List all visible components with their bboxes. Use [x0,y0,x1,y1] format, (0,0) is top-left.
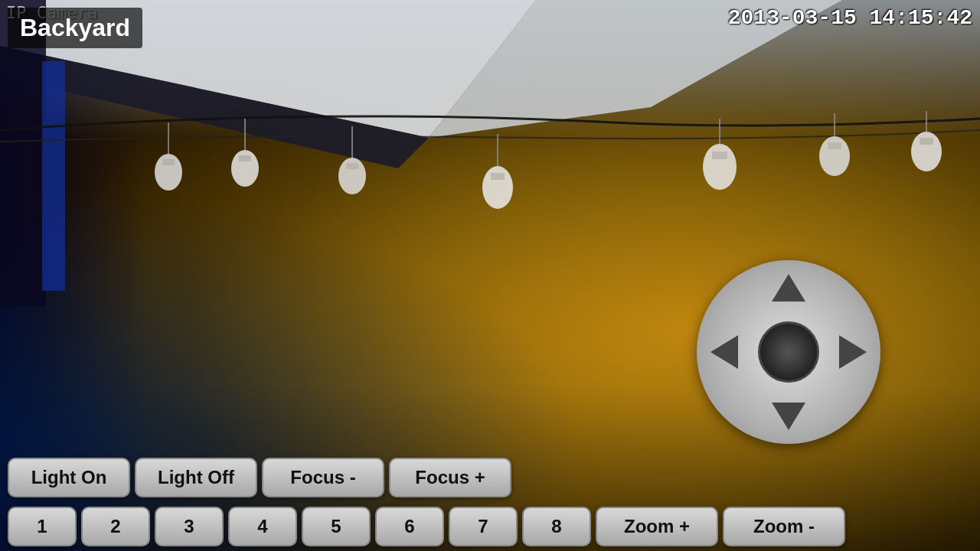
light-off-button[interactable]: Light Off [135,458,257,497]
controls-row-2: 1 2 3 4 5 6 7 8 Zoom + Zoom - [0,502,980,551]
num-8-button[interactable]: 8 [522,507,591,546]
num-2-button[interactable]: 2 [81,507,150,546]
light-on-button[interactable]: Light On [8,458,130,497]
camera-name-text: Backyard [20,14,130,41]
zoom-plus-button[interactable]: Zoom + [596,507,718,546]
timestamp: 2013-03-15 14:15:42 [728,6,972,30]
controls-bar: Light On Light Off Focus - Focus + 1 2 3… [0,453,980,551]
ptz-down-button[interactable] [772,403,805,430]
ptz-up-button[interactable] [772,274,805,302]
num-4-button[interactable]: 4 [228,507,297,546]
focus-plus-button[interactable]: Focus + [389,458,511,497]
app-container: Backyard IP Camera 2013-03-15 14:15:42 L… [0,0,980,551]
controls-row-1: Light On Light Off Focus - Focus + [0,453,980,502]
ptz-center-button[interactable] [758,321,819,383]
num-1-button[interactable]: 1 [8,507,77,546]
zoom-minus-button[interactable]: Zoom - [723,507,845,546]
ptz-left-button[interactable] [710,335,738,369]
num-7-button[interactable]: 7 [449,507,518,546]
num-6-button[interactable]: 6 [375,507,444,546]
camera-label: Backyard [8,8,142,48]
ptz-right-button[interactable] [839,335,867,369]
ptz-control [697,260,880,444]
focus-minus-button[interactable]: Focus - [262,458,384,497]
num-3-button[interactable]: 3 [155,507,224,546]
num-5-button[interactable]: 5 [302,507,371,546]
